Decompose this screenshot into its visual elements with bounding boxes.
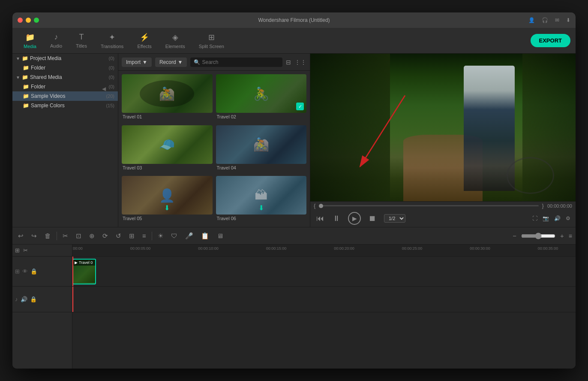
zoom-in-clip-button[interactable]: ⊕ <box>87 231 97 241</box>
sidebar-count: (20) <box>106 94 114 99</box>
sidebar-item-project-media[interactable]: ▼ 📁 Project Media (0) <box>12 54 118 63</box>
media-item-travel05[interactable]: 👤 ⬇ Travel 05 <box>122 176 213 224</box>
titlebar: Wondershare Filmora (Untitled) 👤 🎧 ✉ ⬇ <box>12 12 576 28</box>
timeline-settings-icon[interactable]: ≡ <box>569 233 572 239</box>
ruler-time-15: 00:00:15:00 <box>266 246 287 251</box>
media-item-travel03[interactable]: 🧢 Travel 03 <box>122 125 213 173</box>
shield-icon[interactable]: 🛡 <box>169 231 180 241</box>
sidebar-item-shared-media[interactable]: ▼ 📁 Shared Media (0) <box>12 73 118 82</box>
search-icon: 🔍 <box>194 59 200 65</box>
ruler-time-10: 00:00:10:00 <box>198 246 219 251</box>
tab-audio[interactable]: ♪ Audio <box>44 30 68 51</box>
sidebar-count: (15) <box>106 103 114 108</box>
media-label-travel01: Travel 01 <box>122 114 213 119</box>
timeline-audio-track-label: ♪ 🔊 🔒 <box>12 287 72 312</box>
step-back-button[interactable]: ⏮ <box>315 213 325 224</box>
media-label-travel03: Travel 03 <box>122 165 213 170</box>
video-track-icon[interactable]: ⊞ <box>15 268 20 275</box>
frame-back-button[interactable]: ⏸ <box>332 213 341 224</box>
sidebar-label: Shared Media <box>30 74 62 80</box>
scissors-track-icon[interactable]: ✂ <box>23 247 28 254</box>
sidebar-item-sample-videos[interactable]: 📁 Sample Videos (20) <box>12 91 118 101</box>
sidebar-label: Sample Colors <box>31 103 65 109</box>
play-button[interactable]: ▶ <box>348 212 361 225</box>
headset-icon[interactable]: 🎧 <box>542 17 548 23</box>
rotate-button[interactable]: ↺ <box>114 231 123 241</box>
record-chevron-icon: ▼ <box>178 59 183 65</box>
clipboard-icon[interactable]: 📋 <box>199 231 211 241</box>
media-item-travel02[interactable]: 🚴 ✓ Travel 02 <box>216 74 307 122</box>
speed-button[interactable]: ⟳ <box>100 231 110 241</box>
tab-effects[interactable]: ⚡ Effects <box>131 30 157 51</box>
media-item-travel06[interactable]: 🏔 ⬇ Travel 06 <box>216 176 307 224</box>
playback-extra-controls: ⛶ 📷 🔊 ⚙ <box>532 215 570 221</box>
stop-button[interactable]: ⏹ <box>368 213 377 224</box>
sun-icon[interactable]: ☀ <box>156 231 165 241</box>
playback-controls: { } 00:00:00:00 ⏮ ⏸ ▶ ⏹ 1/2 ⛶ <box>310 201 576 227</box>
ruler-time-20: 00:00:20:00 <box>334 246 354 251</box>
download-icon[interactable]: ⬇ <box>566 17 570 23</box>
toolbar-divider2 <box>152 232 152 240</box>
playhead[interactable] <box>72 257 73 286</box>
search-box: 🔍 <box>190 57 282 67</box>
filter-icon[interactable]: ⊟ <box>286 59 291 66</box>
media-thumb-travel02: 🚴 ✓ <box>216 74 307 113</box>
settings-icon[interactable]: ⚙ <box>566 215 570 221</box>
mail-icon[interactable]: ✉ <box>555 17 559 23</box>
cut-button[interactable]: ✂ <box>60 231 70 241</box>
tab-media[interactable]: 📁 Media <box>18 30 42 51</box>
volume-track-icon[interactable]: 🔊 <box>21 296 27 302</box>
quality-select[interactable]: 1/2 <box>384 214 405 223</box>
record-button[interactable]: Record ▼ <box>155 57 187 67</box>
color-button[interactable]: ≡ <box>140 231 148 241</box>
resize-button[interactable]: ⊞ <box>127 231 137 241</box>
playhead-audio <box>72 287 73 312</box>
close-button[interactable] <box>18 18 23 23</box>
progress-track[interactable] <box>319 205 538 206</box>
media-label-travel04: Travel 04 <box>216 165 307 170</box>
maximize-button[interactable] <box>34 18 39 23</box>
import-button[interactable]: Import ▼ <box>122 57 152 67</box>
account-icon[interactable]: 👤 <box>528 17 535 23</box>
timeline-sidebar: ⊞ ✂ ⊞ 👁 🔒 ♪ 🔊 🔒 <box>12 245 72 369</box>
volume-icon[interactable]: 🔊 <box>554 215 561 221</box>
grid-view-icon[interactable]: ⋮⋮ <box>294 59 306 66</box>
minimize-button[interactable] <box>26 18 31 23</box>
crop-button[interactable]: ⊡ <box>74 231 84 241</box>
sidebar-collapse-button[interactable]: ◀ <box>102 86 106 92</box>
video-clip-travel01[interactable]: ▶ Travel 0 <box>72 259 96 284</box>
music-track-icon[interactable]: ♪ <box>15 296 18 302</box>
export-button[interactable]: EXPORT <box>531 34 570 47</box>
redo-button[interactable]: ↪ <box>29 231 39 241</box>
sidebar-item-sample-colors[interactable]: 📁 Sample Colors (15) <box>12 101 118 110</box>
lock-track-icon[interactable]: 🔒 <box>30 268 37 275</box>
mic-icon[interactable]: 🎤 <box>183 231 195 241</box>
search-input[interactable] <box>202 59 279 65</box>
add-track-icon[interactable]: ⊞ <box>15 247 20 254</box>
eye-track-icon[interactable]: 👁 <box>22 268 28 275</box>
media-item-travel04[interactable]: 🚵 Travel 04 <box>216 125 307 173</box>
window-title: Wondershare Filmora (Untitled) <box>258 17 330 23</box>
tab-transitions[interactable]: ✦ Transitions <box>95 30 129 51</box>
import-label: Import <box>126 59 141 65</box>
ruler-time-0: 00:00:00:00 <box>72 246 83 251</box>
zoom-in-button[interactable]: + <box>558 231 566 241</box>
zoom-out-button[interactable]: − <box>510 231 519 241</box>
monitor-icon[interactable]: 🖥 <box>215 231 225 241</box>
delete-button[interactable]: 🗑 <box>42 231 53 241</box>
media-thumb-travel06: 🏔 ⬇ <box>216 176 307 215</box>
lock-audio-icon[interactable]: 🔒 <box>30 296 37 302</box>
tab-titles[interactable]: T Titles <box>70 30 93 51</box>
sidebar-item-folder1[interactable]: 📁 Folder (0) <box>12 63 118 73</box>
undo-button[interactable]: ↩ <box>16 231 26 241</box>
zoom-slider[interactable] <box>521 233 555 239</box>
snapshot-icon[interactable]: 📷 <box>543 215 549 221</box>
tab-elements[interactable]: ◈ Elements <box>159 30 191 51</box>
fullscreen-icon[interactable]: ⛶ <box>532 215 537 221</box>
traffic-lights[interactable] <box>18 18 39 23</box>
media-item-travel01[interactable]: 🚵 Travel 01 <box>122 74 213 122</box>
sidebar-label: Sample Videos <box>31 93 66 99</box>
titlebar-actions: 👤 🎧 ✉ ⬇ <box>528 17 570 23</box>
tab-splitscreen[interactable]: ⊞ Split Screen <box>193 30 230 51</box>
ruler-time-30: 00:00:30:00 <box>470 246 490 251</box>
